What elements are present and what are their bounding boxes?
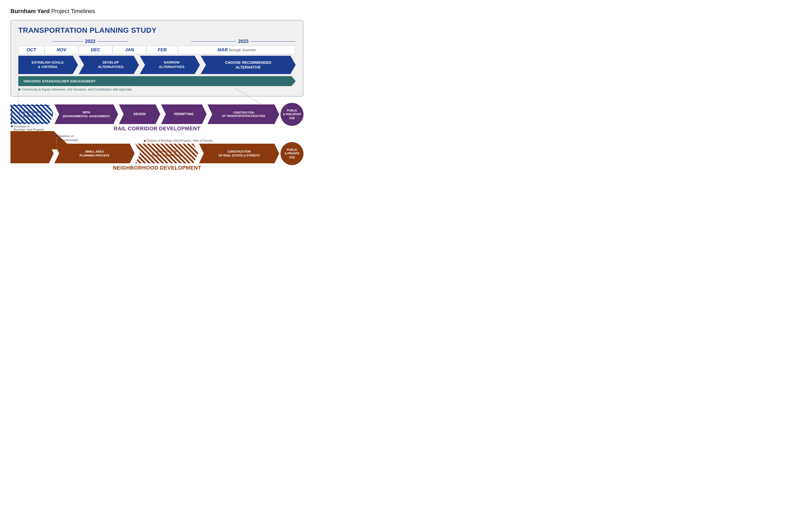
rail-phase-nepa: NEPA (ENVIRONMENTAL ASSESSMENT) <box>54 104 118 124</box>
rail-phase-permitting: PERMITTING <box>161 104 207 124</box>
nbhd-phase-approval: APPROVAL OF PLANS / PERMITTING <box>135 144 198 163</box>
tps-heading: TRANSPORTATION PLANNING STUDY <box>18 26 296 35</box>
nbhd-section-label: NEIGHBORHOOD DEVELOPMENT <box>11 165 304 171</box>
month-mar: MAR <box>218 48 228 53</box>
dot-teal-icon <box>18 89 20 91</box>
phase-narrow: NARROW ALTERNATIVES <box>140 56 200 74</box>
dot-brown-icon <box>144 140 146 142</box>
phase-establish: ESTABLISH GOALS & CRITERIA <box>18 56 78 74</box>
nbhd-phase-construction: CONSTRUCTION OF REAL ESTATE & STREETS <box>199 144 279 163</box>
month-nov: NOV <box>57 48 66 52</box>
month-dec: DEC <box>91 48 100 52</box>
rail-section-label: RAIL CORRIDOR DEVELOPMENT <box>11 126 304 132</box>
rail-circle: PUBLIC & RAILROAD USE <box>281 103 304 126</box>
year-2022: 2022 <box>85 39 96 44</box>
nbhd-section: Division of Burnham Yard Property / Sale… <box>11 144 304 171</box>
page-title: Burnham Yard Project Timelines <box>11 8 304 15</box>
phase-develop: DEVELOP ALTERNATIVES <box>79 56 139 74</box>
community-note: Community & Equity Interviews, Info Sess… <box>18 88 296 91</box>
nbhd-phase-small-area: SMALL AREA PLANNING PROCESS <box>54 144 134 163</box>
rail-section: Purchase ofBurnham Yard Property TRANSPO… <box>11 104 304 132</box>
title-regular: Project Timelines <box>50 8 95 14</box>
year-2023: 2023 <box>238 39 249 44</box>
tps-box: TRANSPORTATION PLANNING STUDY 2022 2023 … <box>11 20 304 97</box>
nbhd-brown-lead <box>11 144 54 163</box>
dot-blue-icon <box>11 125 13 127</box>
month-oct: OCT <box>27 48 36 52</box>
phase-choose: CHOOSE RECOMMENDED ALTERNATIVE <box>201 56 296 74</box>
rail-phase-design: DESIGN <box>119 104 160 124</box>
tps-cell-label: TRANSPORTATION PLANNING STUDY <box>19 110 45 118</box>
dot-purple-icon <box>56 135 57 137</box>
month-mar-suffix: through Summer <box>229 48 256 52</box>
title-bold: Burnham Yard <box>11 8 50 14</box>
stakeholder-bar: ONGOING STAKEHOLDER ENGAGEMENT <box>18 76 296 86</box>
month-jan: JAN <box>125 48 134 52</box>
nbhd-circle: PUBLIC & PRIVATE USE <box>281 142 304 165</box>
rail-phase-construction: CONSTRUCTION OF TRANSPORTATION FACILITIE… <box>208 104 279 124</box>
tps-hatched-cell: TRANSPORTATION PLANNING STUDY <box>11 104 54 124</box>
note-purchase: Purchase ofBurnham Yard Property <box>11 125 44 131</box>
month-feb: FEB <box>158 48 167 52</box>
bottom-section: Purchase ofBurnham Yard Property TRANSPO… <box>11 104 304 171</box>
note-division: Division of Burnham Yard Property / Sale… <box>144 139 213 142</box>
